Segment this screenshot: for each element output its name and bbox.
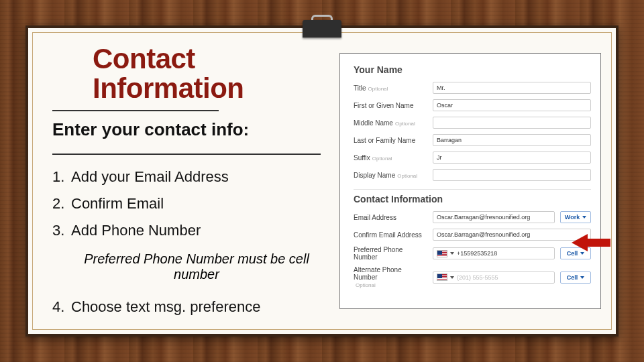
title-underline xyxy=(52,110,219,111)
slide-card: Contact Information Enter your contact i… xyxy=(25,25,619,337)
row-title: TitleOptional Mr. xyxy=(354,82,591,94)
field-first[interactable]: Oscar xyxy=(433,99,591,111)
row-pref-phone: Preferred Phone Number +15592535218 Cell xyxy=(354,246,591,261)
title-line-1: Contact xyxy=(93,43,195,74)
us-flag-icon xyxy=(437,250,447,257)
row-middle: Middle NameOptional xyxy=(354,117,591,129)
step-note: Preferred Phone Number must be cell numb… xyxy=(72,251,321,282)
label-suffix: SuffixOptional xyxy=(354,154,427,162)
slide-title: Contact Information xyxy=(93,44,321,103)
step-3: Add Phone Number xyxy=(52,222,321,239)
flag-dropdown-alt[interactable] xyxy=(437,274,454,281)
flag-dropdown-pref[interactable] xyxy=(437,250,454,257)
label-email: Email Address xyxy=(354,214,427,221)
subtitle-underline xyxy=(52,154,321,155)
row-first: First or Given Name Oscar xyxy=(354,99,591,111)
field-pref-phone[interactable]: +15592535218 xyxy=(433,247,555,259)
subtitle: Enter your contact info: xyxy=(52,119,321,140)
left-column: Contact Information Enter your contact i… xyxy=(52,42,321,320)
label-alt-phone: Alternate Phone NumberOptional xyxy=(354,266,427,288)
row-alt-phone: Alternate Phone NumberOptional (201) 555… xyxy=(354,266,591,288)
label-first: First or Given Name xyxy=(354,102,427,109)
label-last: Last or Family Name xyxy=(354,137,427,144)
email-type-dropdown[interactable]: Work xyxy=(560,211,591,223)
alt-phone-placeholder: (201) 555-5555 xyxy=(457,274,498,281)
form-screenshot: Your Name TitleOptional Mr. First or Giv… xyxy=(339,53,601,309)
section-divider xyxy=(354,189,591,190)
field-confirm-email[interactable]: Oscar.Barragan@fresnounified.org xyxy=(433,229,591,241)
right-column: Your Name TitleOptional Mr. First or Giv… xyxy=(339,42,601,320)
section-contact-info: Contact Information xyxy=(354,194,591,204)
alt-phone-type-dropdown[interactable]: Cell xyxy=(560,272,591,284)
label-pref-phone: Preferred Phone Number xyxy=(354,246,427,261)
title-line-2: Information xyxy=(93,72,244,104)
field-middle[interactable] xyxy=(433,117,591,129)
row-display: Display NameOptional xyxy=(354,169,591,181)
binder-clip-icon xyxy=(303,16,341,39)
label-confirm-email: Confirm Email Address xyxy=(354,231,427,239)
row-last: Last or Family Name Barragan xyxy=(354,134,591,146)
pref-phone-value: +15592535218 xyxy=(457,250,497,257)
label-middle: Middle NameOptional xyxy=(354,119,427,127)
section-your-name: Your Name xyxy=(354,64,591,75)
steps-list-cont: Choose text msg. preference xyxy=(52,289,321,325)
field-suffix[interactable]: Jr xyxy=(433,152,591,164)
field-title[interactable]: Mr. xyxy=(433,82,591,94)
field-last[interactable]: Barragan xyxy=(433,134,591,146)
field-email[interactable]: Oscar.Barragan@fresnounified.org xyxy=(433,211,555,223)
row-confirm-email: Confirm Email Address Oscar.Barragan@fre… xyxy=(354,229,591,241)
label-title: TitleOptional xyxy=(354,84,427,92)
step-4: Choose text msg. preference xyxy=(52,298,321,316)
row-email: Email Address Oscar.Barragan@fresnounifi… xyxy=(354,211,591,223)
row-suffix: SuffixOptional Jr xyxy=(354,152,591,164)
step-2: Confirm Email xyxy=(52,195,321,213)
callout-arrow-icon xyxy=(572,234,610,251)
label-display: Display NameOptional xyxy=(354,172,427,179)
field-display[interactable] xyxy=(433,169,591,181)
steps-list: Add your Email Address Confirm Email Add… xyxy=(52,159,321,249)
us-flag-icon xyxy=(437,274,447,281)
step-1: Add your Email Address xyxy=(52,168,321,186)
field-alt-phone[interactable]: (201) 555-5555 xyxy=(433,272,555,284)
